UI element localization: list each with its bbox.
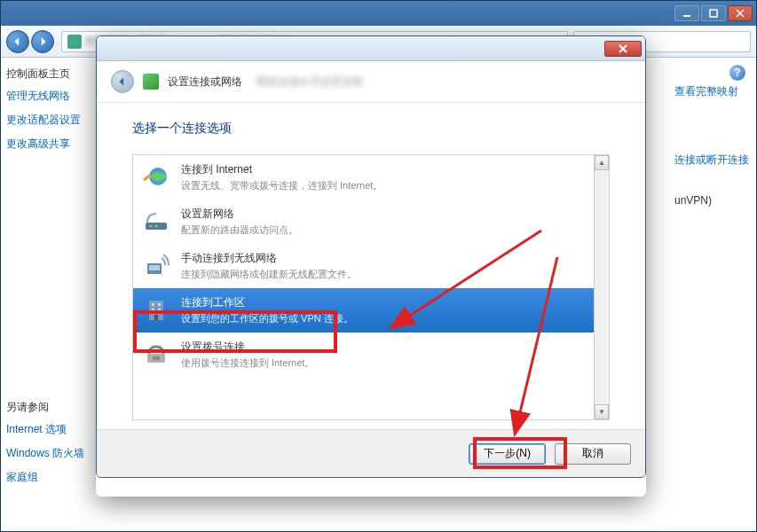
right-link-vpn: unVPN) — [674, 194, 749, 207]
sidebar-link-homegroup[interactable]: 家庭组 — [6, 470, 93, 485]
svg-rect-13 — [154, 315, 158, 320]
svg-rect-11 — [152, 309, 154, 311]
dialog-body: 选择一个连接选项 连接到 Internet 设置无线、宽带或拨号连接，连接到 I… — [97, 103, 645, 429]
see-also-heading: 另请参阅 — [6, 400, 93, 415]
main-titlebar — [1, 1, 756, 26]
option-list: 连接到 Internet 设置无线、宽带或拨号连接，连接到 Internet。 … — [132, 154, 610, 420]
svg-rect-12 — [158, 309, 161, 311]
scroll-up-button[interactable]: ▲ — [595, 155, 609, 170]
sidebar-link-sharing[interactable]: 更改高级共享 — [6, 137, 93, 152]
dialog-footer: 下一步(N) 取消 — [97, 429, 645, 477]
svg-rect-7 — [149, 265, 160, 270]
option-title: 连接到 Internet — [181, 162, 600, 177]
svg-rect-15 — [153, 356, 160, 360]
sidebar-link-wireless[interactable]: 管理无线网络 — [6, 89, 93, 104]
wireless-icon — [142, 251, 170, 279]
svg-point-4 — [150, 225, 153, 228]
back-button[interactable] — [6, 30, 29, 53]
wizard-icon — [143, 74, 159, 90]
option-title: 手动连接到无线网络 — [181, 251, 600, 266]
option-desc: 设置到您的工作区的拨号或 VPN 连接。 — [181, 312, 600, 325]
router-icon — [142, 207, 170, 235]
option-manual-wireless[interactable]: 手动连接到无线网络 连接到隐藏网络或创建新无线配置文件。 — [133, 244, 609, 288]
right-pane: 查看完整映射 连接或断开连接 unVPN) — [674, 84, 749, 224]
option-connect-internet[interactable]: 连接到 Internet 设置无线、宽带或拨号连接，连接到 Internet。 — [133, 155, 609, 200]
option-connect-workplace[interactable]: 连接到工作区 设置到您的工作区的拨号或 VPN 连接。 — [133, 288, 609, 332]
svg-rect-0 — [683, 15, 690, 17]
option-title: 设置新网络 — [181, 207, 600, 222]
location-icon — [67, 35, 82, 49]
close-button[interactable] — [728, 5, 753, 21]
dialog-titlebar — [97, 36, 645, 61]
phone-icon — [142, 340, 170, 368]
dialog-back-button[interactable] — [111, 70, 134, 93]
sidebar-heading: 控制面板主页 — [6, 66, 93, 82]
svg-rect-1 — [710, 10, 717, 17]
forward-button[interactable] — [31, 30, 54, 53]
sidebar-link-internet-options[interactable]: Internet 选项 — [6, 422, 93, 437]
option-title: 连接到工作区 — [181, 295, 600, 310]
option-dialup[interactable]: 设置拨号连接 使用拨号连接连接到 Internet。 — [133, 332, 609, 377]
dialog-title: 设置连接或网络 — [168, 74, 242, 90]
dialog-close-button[interactable] — [604, 41, 642, 57]
maximize-button[interactable] — [701, 5, 726, 21]
dialog-header: 设置连接或网络 网络连接向导设置选项 — [97, 61, 645, 103]
option-desc: 使用拨号连接连接到 Internet。 — [181, 356, 600, 370]
option-desc: 配置新的路由器或访问点。 — [181, 223, 600, 237]
option-desc: 连接到隐藏网络或创建新无线配置文件。 — [181, 268, 600, 281]
help-icon[interactable]: ? — [729, 65, 745, 81]
nav-buttons — [6, 30, 56, 53]
option-title: 设置拨号连接 — [181, 340, 600, 355]
svg-rect-9 — [152, 303, 154, 306]
svg-point-5 — [155, 225, 158, 228]
minimize-button[interactable] — [674, 5, 699, 21]
wizard-dialog: 设置连接或网络 网络连接向导设置选项 选择一个连接选项 连接到 Internet… — [96, 35, 646, 497]
sidebar: 控制面板主页 管理无线网络 更改适配器设置 更改高级共享 另请参阅 Intern… — [1, 58, 99, 531]
option-new-network[interactable]: 设置新网络 配置新的路由器或访问点。 — [133, 200, 609, 244]
svg-rect-10 — [158, 303, 161, 306]
sidebar-link-adapter[interactable]: 更改适配器设置 — [6, 113, 93, 128]
scrollbar[interactable]: ▲ ▼ — [594, 155, 609, 419]
window-controls — [674, 5, 753, 21]
next-button[interactable]: 下一步(N) — [469, 443, 546, 465]
dialog-subtitle: 选择一个连接选项 — [132, 121, 610, 137]
scroll-down-button[interactable]: ▼ — [595, 404, 609, 419]
building-icon — [142, 295, 170, 324]
right-link-map[interactable]: 查看完整映射 — [674, 84, 749, 99]
right-link-connect[interactable]: 连接或断开连接 — [674, 153, 749, 168]
option-desc: 设置无线、宽带或拨号连接，连接到 Internet。 — [181, 179, 600, 192]
cancel-button[interactable]: 取消 — [555, 443, 631, 465]
globe-icon — [142, 162, 170, 191]
blurred-text: 网络连接向导设置选项 — [256, 74, 363, 90]
sidebar-link-firewall[interactable]: Windows 防火墙 — [6, 446, 93, 461]
